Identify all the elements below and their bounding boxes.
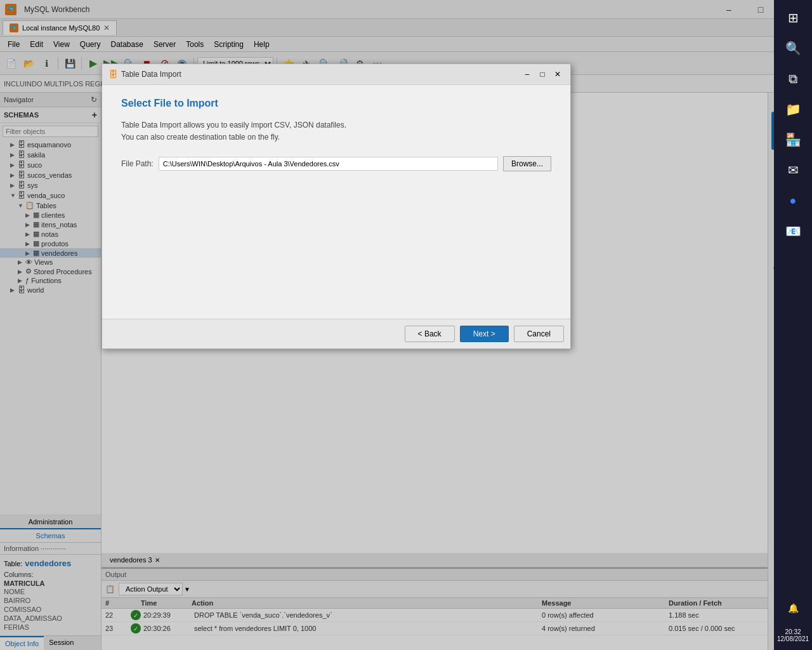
taskbar-file-explorer[interactable]: 📁 xyxy=(780,96,806,122)
table-data-import-modal: 🗄 Table Data Import – □ ✕ Select File to… xyxy=(102,63,571,349)
modal-heading: Select File to Import xyxy=(121,98,551,109)
date-display: 12/08/2021 xyxy=(777,635,809,642)
time-display: 20:32 xyxy=(777,628,809,635)
modal-filepath: File Path: Browse... xyxy=(121,156,551,171)
modal-description: Table Data Import allows you to easily i… xyxy=(121,119,551,143)
file-path-label: File Path: xyxy=(121,159,154,168)
next-button[interactable]: Next > xyxy=(460,326,509,342)
modal-desc-line1: Table Data Import allows you to easily i… xyxy=(121,121,346,129)
modal-desc-line2: You can also create destination table on… xyxy=(121,133,280,142)
cancel-button[interactable]: Cancel xyxy=(514,326,564,342)
file-path-input[interactable] xyxy=(159,157,498,171)
windows-taskbar: ⊞ 🔍 ⧉ 📁 🏪 ✉ ● 📧 🔔 20:32 12/08/2021 xyxy=(774,0,812,650)
back-button[interactable]: < Back xyxy=(405,326,455,342)
modal-content: Select File to Import Table Data Import … xyxy=(102,85,570,319)
modal-minimize-btn[interactable]: – xyxy=(521,68,534,81)
taskbar-store[interactable]: 🏪 xyxy=(780,127,806,152)
taskbar-chrome[interactable]: ● xyxy=(780,188,806,213)
modal-close-btn[interactable]: ✕ xyxy=(551,68,564,81)
taskbar-time: 20:32 12/08/2021 xyxy=(775,626,811,645)
taskbar-outlook[interactable]: 📧 xyxy=(780,218,806,244)
taskbar-search[interactable]: 🔍 xyxy=(780,36,806,61)
taskbar-start[interactable]: ⊞ xyxy=(780,5,806,30)
taskbar-notification[interactable]: 🔔 xyxy=(780,595,806,621)
modal-titlebar: 🗄 Table Data Import – □ ✕ xyxy=(102,64,570,85)
taskbar-mail[interactable]: ✉ xyxy=(780,157,806,183)
modal-window-controls: – □ ✕ xyxy=(521,68,564,81)
modal-maximize-btn[interactable]: □ xyxy=(536,68,549,81)
modal-footer: < Back Next > Cancel xyxy=(102,319,570,348)
browse-button[interactable]: Browse... xyxy=(503,156,551,171)
taskbar-task-view[interactable]: ⧉ xyxy=(780,66,806,91)
modal-title-icon: 🗄 xyxy=(108,69,117,79)
modal-title-text: Table Data Import xyxy=(121,70,181,79)
modal-title: 🗄 Table Data Import xyxy=(108,69,181,79)
modal-overlay: 🗄 Table Data Import – □ ✕ Select File to… xyxy=(0,0,774,650)
